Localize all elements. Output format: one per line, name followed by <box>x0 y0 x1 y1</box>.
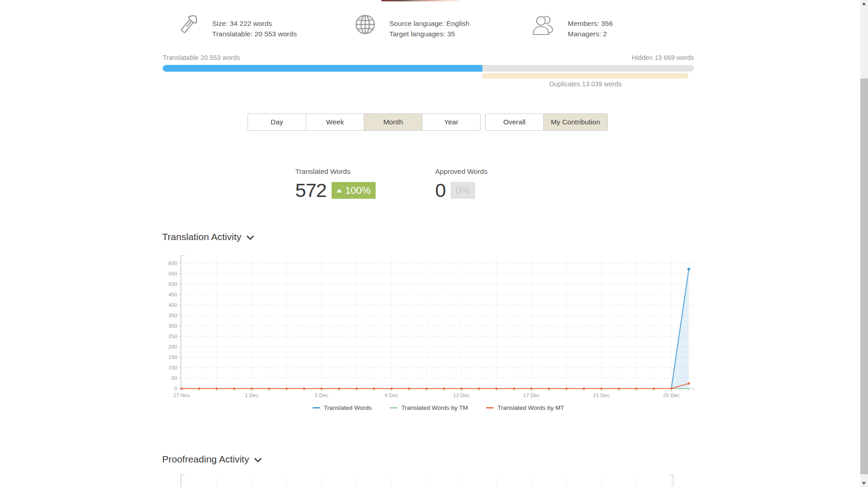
size-words: Size: 34 222 words <box>212 18 297 29</box>
globe-icon <box>354 14 376 37</box>
hidden-label: Hidden 13 669 words <box>632 54 694 61</box>
svg-text:400: 400 <box>169 302 177 308</box>
proofreading-activity-heading: Proofreading Activity <box>162 454 262 465</box>
svg-text:150: 150 <box>169 354 177 360</box>
stat-people <box>531 15 556 37</box>
translated-words-label: Translated Words <box>295 167 376 176</box>
stat-people-text: Members: 356 Managers: 2 <box>568 18 613 39</box>
legend-item[interactable]: Translated Words by TM <box>390 404 468 411</box>
svg-text:5 Dec: 5 Dec <box>315 393 328 398</box>
translated-words-change-badge: 100% <box>332 182 376 199</box>
svg-text:25 Dec: 25 Dec <box>663 393 680 398</box>
period-tabs: Day Week Month Year <box>248 113 481 131</box>
svg-text:550: 550 <box>169 271 177 276</box>
svg-text:500: 500 <box>169 281 177 287</box>
tab-year[interactable]: Year <box>422 113 481 131</box>
words-progress-bar <box>163 65 694 72</box>
legend-dash-icon <box>312 407 320 408</box>
legend-dash-icon <box>486 407 494 408</box>
kpi-approved-words: Approved Words 0 0% <box>435 167 487 202</box>
target-languages: Target languages: 35 <box>389 29 470 39</box>
stat-size-text: Size: 34 222 words Translatable: 20 553 … <box>212 18 297 39</box>
approved-words-value: 0 <box>435 179 446 202</box>
svg-text:50: 50 <box>171 375 177 381</box>
progress-labels: Translatable 20 553 words Hidden 13 669 … <box>163 54 694 61</box>
translated-words-value: 572 <box>295 179 327 202</box>
legend-item[interactable]: Translated Words by MT <box>486 404 564 411</box>
stat-languages-text: Source language: English Target language… <box>389 18 470 39</box>
translatable-bar-fill <box>163 65 482 72</box>
proofreading-activity-chart <box>175 469 702 487</box>
translated-change-value: 100% <box>345 185 371 197</box>
legend-label: Translated Words <box>324 404 372 411</box>
source-language: Source language: English <box>389 18 470 29</box>
managers-count: Managers: 2 <box>568 29 613 39</box>
legend-label: Translated Words by TM <box>401 404 468 411</box>
svg-text:9 Dec: 9 Dec <box>385 393 398 398</box>
stat-languages <box>354 14 376 37</box>
svg-text:13 Dec: 13 Dec <box>453 393 470 398</box>
translation-activity-title: Translation Activity <box>162 231 241 242</box>
svg-text:350: 350 <box>169 313 177 318</box>
approved-words-label: Approved Words <box>435 167 487 176</box>
duplicates-bar <box>482 73 689 79</box>
svg-text:450: 450 <box>169 292 177 297</box>
svg-text:17 Dec: 17 Dec <box>523 393 540 398</box>
trend-up-icon <box>337 189 342 192</box>
translatable-label: Translatable 20 553 words <box>163 54 240 61</box>
legend-label: Translated Words by MT <box>497 404 564 411</box>
svg-text:100: 100 <box>169 365 177 370</box>
tab-overall[interactable]: Overall <box>485 113 544 131</box>
approved-change-value: 0% <box>456 185 470 197</box>
legend-item[interactable]: Translated Words <box>312 404 372 411</box>
scroll-down-icon[interactable] <box>862 482 866 485</box>
tab-day[interactable]: Day <box>248 113 306 131</box>
scroll-up-icon[interactable] <box>862 2 866 5</box>
svg-text:21 Dec: 21 Dec <box>593 393 610 398</box>
stat-size <box>177 12 201 38</box>
svg-text:0: 0 <box>174 386 177 391</box>
duplicates-label: Duplicates 13 039 words <box>482 80 689 88</box>
legend-dash-icon <box>390 407 397 408</box>
svg-text:300: 300 <box>169 323 177 329</box>
proofreading-activity-title: Proofreading Activity <box>162 454 249 465</box>
scrolled-content-edge <box>382 0 459 1</box>
project-status-page: Size: 34 222 words Translatable: 20 553 … <box>0 0 868 487</box>
tab-week[interactable]: Week <box>306 113 364 131</box>
approved-words-change-badge: 0% <box>451 182 475 199</box>
svg-text:600: 600 <box>169 261 177 266</box>
vertical-scrollbar[interactable] <box>860 0 868 487</box>
caliper-icon <box>177 12 201 38</box>
svg-text:200: 200 <box>169 344 177 349</box>
scrollbar-thumb[interactable] <box>860 79 868 474</box>
translation-activity-chart: 05010015020025030035040045050055060027 N… <box>175 252 702 411</box>
tab-my-contribution[interactable]: My Contribution <box>543 113 608 131</box>
scope-tabs: Overall My Contribution <box>485 113 608 131</box>
chart-legend: Translated WordsTranslated Words by TMTr… <box>175 403 702 412</box>
chevron-down-icon[interactable] <box>254 458 262 462</box>
translation-activity-heading: Translation Activity <box>162 231 254 242</box>
members-icon <box>531 15 556 37</box>
chevron-down-icon[interactable] <box>247 236 254 240</box>
svg-text:250: 250 <box>169 334 177 339</box>
members-count: Members: 356 <box>568 18 613 29</box>
kpi-translated-words: Translated Words 572 100% <box>295 167 376 202</box>
tab-month[interactable]: Month <box>364 113 422 131</box>
svg-text:27 Nov: 27 Nov <box>174 393 190 398</box>
translatable-words: Translatable: 20 553 words <box>212 29 297 39</box>
svg-text:1 Dec: 1 Dec <box>245 393 258 398</box>
